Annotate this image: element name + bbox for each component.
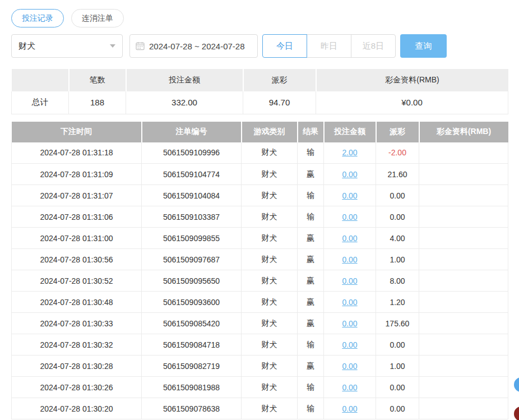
top-tabs: 投注记录 连消注单 bbox=[0, 0, 519, 27]
quick-range-yesterday[interactable]: 昨日 bbox=[307, 34, 351, 58]
cell-bet-amount: 0.00 bbox=[324, 270, 376, 292]
bet-amount-link[interactable]: 0.00 bbox=[342, 191, 357, 200]
game-select[interactable]: 财犬 bbox=[11, 34, 123, 58]
cell-payout: 1.00 bbox=[376, 356, 419, 377]
bet-table-row: 2024-07-28 01:31:06 5061509103387 财犬 输 0… bbox=[12, 206, 508, 228]
cell-payout: 1.00 bbox=[376, 249, 419, 270]
game-select-value: 财犬 bbox=[18, 41, 35, 52]
cell-game-type: 财犬 bbox=[242, 185, 298, 206]
bet-table-row: 2024-07-28 01:30:32 5061509084718 财犬 输 0… bbox=[12, 334, 508, 356]
cell-bet-time: 2024-07-28 01:31:07 bbox=[12, 185, 142, 206]
header-result: 结果 bbox=[298, 122, 324, 142]
cell-game-type: 财犬 bbox=[242, 356, 298, 377]
cell-bonus bbox=[419, 270, 508, 292]
cell-bet-time: 2024-07-28 01:30:26 bbox=[12, 377, 142, 398]
cell-bet-id: 5061509093600 bbox=[142, 292, 242, 313]
summary-header-blank bbox=[12, 69, 69, 91]
bet-table-row: 2024-07-28 01:30:28 5061509082719 财犬 赢 0… bbox=[12, 356, 508, 377]
bet-amount-link[interactable]: 0.00 bbox=[342, 234, 357, 243]
bet-amount-link[interactable]: 0.00 bbox=[342, 383, 357, 392]
cell-payout: 0.00 bbox=[376, 185, 419, 206]
bet-amount-link[interactable]: 0.00 bbox=[342, 276, 357, 285]
cell-result: 赢 bbox=[298, 356, 324, 377]
cell-bet-time: 2024-07-28 01:31:00 bbox=[12, 228, 142, 249]
cell-bet-id: 5061509099855 bbox=[142, 228, 242, 249]
bet-amount-link[interactable]: 0.00 bbox=[342, 298, 357, 307]
bet-amount-link[interactable]: 0.00 bbox=[342, 319, 357, 328]
date-range-input[interactable]: 2024-07-28 ~ 2024-07-28 bbox=[129, 34, 258, 58]
summary-total-count: 188 bbox=[69, 91, 126, 114]
cell-result: 赢 bbox=[298, 313, 324, 334]
bet-amount-link[interactable]: 0.00 bbox=[342, 255, 357, 264]
cell-payout: 21.60 bbox=[376, 164, 419, 185]
bet-amount-link[interactable]: 0.00 bbox=[342, 213, 357, 221]
cell-bet-amount: 0.00 bbox=[324, 313, 376, 334]
header-bonus: 彩金资料(RMB) bbox=[419, 122, 508, 142]
cell-bet-id: 5061509104774 bbox=[142, 164, 242, 185]
cell-bet-amount: 0.00 bbox=[324, 334, 376, 356]
cell-game-type: 财犬 bbox=[242, 292, 298, 313]
cell-bet-time: 2024-07-28 01:30:32 bbox=[12, 334, 142, 356]
cell-bet-id: 5061509082719 bbox=[142, 356, 242, 377]
cell-bet-time: 2024-07-28 01:31:09 bbox=[12, 164, 142, 185]
cell-bet-id: 5061509097687 bbox=[142, 249, 242, 270]
bet-table-row: 2024-07-28 01:31:00 5061509099855 财犬 赢 0… bbox=[12, 228, 508, 249]
cell-bet-time: 2024-07-28 01:30:20 bbox=[12, 398, 142, 419]
cell-bonus bbox=[419, 313, 508, 334]
floating-action-blue-icon[interactable] bbox=[514, 377, 519, 392]
cell-bet-id: 5061509109996 bbox=[142, 142, 242, 164]
header-bet-time: 下注时间 bbox=[12, 122, 142, 142]
bet-amount-link[interactable]: 0.00 bbox=[342, 404, 357, 413]
bet-table-row: 2024-07-28 01:30:48 5061509093600 财犬 赢 0… bbox=[12, 292, 508, 313]
header-bet-amount: 投注金额 bbox=[324, 122, 376, 142]
cell-payout: 4.00 bbox=[376, 228, 419, 249]
bet-table-row: 2024-07-28 01:31:18 5061509109996 财犬 输 2… bbox=[12, 142, 508, 164]
bet-table: 下注时间 注单编号 游戏类别 结果 投注金额 派彩 彩金资料(RMB) 2024… bbox=[11, 122, 508, 420]
cell-bet-id: 5061509085420 bbox=[142, 313, 242, 334]
cell-payout: 0.00 bbox=[376, 206, 419, 228]
bet-amount-link[interactable]: 0.00 bbox=[342, 362, 357, 371]
cell-game-type: 财犬 bbox=[242, 313, 298, 334]
header-bet-id: 注单编号 bbox=[142, 122, 242, 142]
cell-result: 输 bbox=[298, 185, 324, 206]
summary-total-payout: 94.70 bbox=[243, 91, 316, 114]
cell-bonus bbox=[419, 377, 508, 398]
cell-bonus bbox=[419, 206, 508, 228]
cell-payout: 8.00 bbox=[376, 270, 419, 292]
cell-result: 输 bbox=[298, 398, 324, 419]
cell-game-type: 财犬 bbox=[242, 334, 298, 356]
tab-bet-records[interactable]: 投注记录 bbox=[11, 9, 64, 27]
bet-table-row: 2024-07-28 01:30:56 5061509097687 财犬 赢 0… bbox=[12, 249, 508, 270]
bet-amount-link[interactable]: 0.00 bbox=[342, 170, 357, 179]
bet-table-row: 2024-07-28 01:31:07 5061509104084 财犬 输 0… bbox=[12, 185, 508, 206]
floating-action-red-icon[interactable] bbox=[514, 407, 519, 420]
summary-total-amount: 332.00 bbox=[126, 91, 243, 114]
cell-game-type: 财犬 bbox=[242, 377, 298, 398]
cell-bet-amount: 0.00 bbox=[324, 356, 376, 377]
summary-header-payout: 派彩 bbox=[243, 69, 316, 91]
summary-total-row: 总计 188 332.00 94.70 ¥0.00 bbox=[12, 91, 508, 114]
cell-bet-amount: 0.00 bbox=[324, 249, 376, 270]
summary-header-bonus: 彩金资料(RMB) bbox=[316, 69, 508, 91]
quick-range-today[interactable]: 今日 bbox=[262, 34, 307, 58]
bet-table-row: 2024-07-28 01:31:09 5061509104774 财犬 赢 0… bbox=[12, 164, 508, 185]
summary-total-label: 总计 bbox=[12, 91, 69, 114]
cell-bet-id: 5061509103387 bbox=[142, 206, 242, 228]
cell-result: 赢 bbox=[298, 164, 324, 185]
bet-amount-link[interactable]: 0.00 bbox=[342, 340, 357, 349]
cell-result: 输 bbox=[298, 142, 324, 164]
cell-game-type: 财犬 bbox=[242, 249, 298, 270]
cell-result: 输 bbox=[298, 377, 324, 398]
cell-bonus bbox=[419, 142, 508, 164]
cell-bet-id: 5061509081988 bbox=[142, 377, 242, 398]
quick-range-last8days[interactable]: 近8日 bbox=[351, 34, 396, 58]
search-button[interactable]: 查询 bbox=[400, 34, 447, 58]
cell-bet-time: 2024-07-28 01:31:06 bbox=[12, 206, 142, 228]
tab-cancelled-bets[interactable]: 连消注单 bbox=[71, 9, 124, 27]
bet-table-row: 2024-07-28 01:30:33 5061509085420 财犬 赢 0… bbox=[12, 313, 508, 334]
bet-amount-link[interactable]: 2.00 bbox=[342, 148, 357, 157]
cell-game-type: 财犬 bbox=[242, 228, 298, 249]
cell-bet-amount: 2.00 bbox=[324, 142, 376, 164]
cell-bet-amount: 0.00 bbox=[324, 185, 376, 206]
summary-header-row: 笔数 投注金额 派彩 彩金资料(RMB) bbox=[12, 69, 508, 91]
